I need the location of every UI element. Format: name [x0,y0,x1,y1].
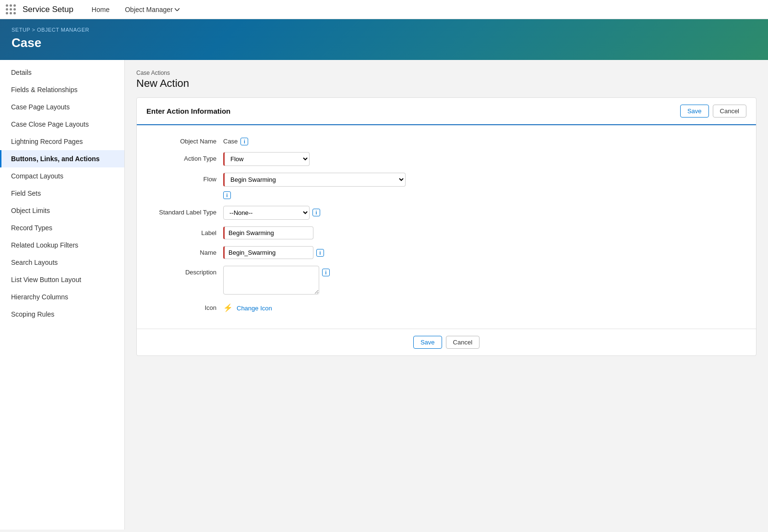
description-field: i [223,266,746,295]
sidebar-item-scoping-rules[interactable]: Scoping Rules [0,306,124,323]
icon-row: Icon ⚡ Change Icon [137,301,756,312]
lightning-bolt-icon: ⚡ [223,303,233,312]
object-name-field: Case i [223,135,746,145]
name-info-icon[interactable]: i [316,249,324,257]
name-label: Name [146,246,223,256]
cancel-button-top[interactable]: Cancel [713,105,746,118]
sidebar-item-lightning-record-pages[interactable]: Lightning Record Pages [0,133,124,150]
top-navigation: Service Setup Home Object Manager [0,0,768,19]
standard-label-type-field: --None-- Clone Delete Edit Log a Call Ne… [223,206,746,220]
action-type-row: Action Type Flow Lightning Component URL… [137,152,756,166]
form-footer: Save Cancel [137,329,756,355]
flow-select[interactable]: Begin Swarming Case Escalation Flow Supp… [223,173,406,187]
object-name-label: Object Name [146,135,223,145]
name-row: Name i [137,246,756,259]
name-input[interactable] [223,246,313,259]
description-row: Description i [137,266,756,295]
standard-label-type-row: Standard Label Type --None-- Clone Delet… [137,206,756,220]
action-type-field: Flow Lightning Component URL Visualforce… [223,152,746,166]
label-input[interactable] [223,226,313,239]
chevron-down-icon [175,8,180,11]
label-field [223,226,746,239]
content-page-title: New Action [136,77,756,90]
sidebar: Details Fields & Relationships Case Page… [0,60,125,530]
breadcrumb-separator: > [32,27,36,33]
standard-label-type-label: Standard Label Type [146,206,223,216]
flow-row: Flow Begin Swarming Case Escalation Flow… [137,173,756,199]
standard-label-type-select[interactable]: --None-- Clone Delete Edit Log a Call Ne… [223,206,310,220]
flow-label: Flow [146,173,223,183]
save-button-bottom[interactable]: Save [413,336,442,349]
flow-info-icon[interactable]: i [223,191,231,199]
description-label: Description [146,266,223,276]
flow-select-container: Begin Swarming Case Escalation Flow Supp… [223,173,406,199]
name-field: i [223,246,746,259]
action-type-select[interactable]: Flow Lightning Component URL Visualforce… [223,152,310,166]
label-row: Label [137,226,756,239]
page-title: Case [12,35,756,50]
icon-label: Icon [146,301,223,311]
object-name-info-icon[interactable]: i [240,138,248,145]
app-launcher-icon[interactable] [6,4,16,14]
content-area: Case Actions New Action Enter Action Inf… [125,60,768,530]
flow-field: Begin Swarming Case Escalation Flow Supp… [223,173,746,199]
object-name-row: Object Name Case i [137,135,756,145]
form-card-header: Enter Action Information Save Cancel [137,98,756,125]
sidebar-item-fields-relationships[interactable]: Fields & Relationships [0,81,124,98]
sidebar-item-object-limits[interactable]: Object Limits [0,202,124,219]
description-textarea[interactable] [223,266,319,295]
header-band: SETUP > OBJECT MANAGER Case [0,19,768,60]
form-card: Enter Action Information Save Cancel Obj… [136,97,756,356]
sidebar-item-buttons-links-actions[interactable]: Buttons, Links, and Actions [0,150,124,167]
cancel-button-bottom[interactable]: Cancel [446,336,480,349]
content-section-label: Case Actions [136,70,756,76]
label-label: Label [146,226,223,236]
breadcrumb: SETUP > OBJECT MANAGER [12,27,756,33]
breadcrumb-object-manager[interactable]: OBJECT MANAGER [37,27,89,33]
form-card-title: Enter Action Information [146,107,230,115]
sidebar-item-search-layouts[interactable]: Search Layouts [0,254,124,271]
change-icon-link[interactable]: Change Icon [237,302,272,312]
form-card-actions: Save Cancel [680,105,746,118]
object-name-value: Case [223,135,238,145]
standard-label-type-info-icon[interactable]: i [312,209,320,216]
object-manager-nav-button[interactable]: Object Manager [118,4,186,15]
sidebar-item-field-sets[interactable]: Field Sets [0,185,124,202]
form-body: Object Name Case i Action Type Flow Ligh… [137,125,756,329]
sidebar-item-hierarchy-columns[interactable]: Hierarchy Columns [0,288,124,306]
save-button-top[interactable]: Save [680,105,709,118]
app-title: Service Setup [23,5,73,14]
breadcrumb-setup[interactable]: SETUP [12,27,30,33]
sidebar-item-record-types[interactable]: Record Types [0,219,124,236]
sidebar-item-details[interactable]: Details [0,64,124,81]
sidebar-item-compact-layouts[interactable]: Compact Layouts [0,167,124,185]
home-nav-button[interactable]: Home [85,4,116,15]
icon-field: ⚡ Change Icon [223,301,746,312]
sidebar-item-case-close-page-layouts[interactable]: Case Close Page Layouts [0,116,124,133]
action-type-label: Action Type [146,152,223,162]
sidebar-item-related-lookup-filters[interactable]: Related Lookup Filters [0,236,124,254]
description-info-icon[interactable]: i [322,269,330,276]
sidebar-item-case-page-layouts[interactable]: Case Page Layouts [0,98,124,116]
main-layout: Details Fields & Relationships Case Page… [0,60,768,530]
sidebar-item-list-view-button-layout[interactable]: List View Button Layout [0,271,124,288]
